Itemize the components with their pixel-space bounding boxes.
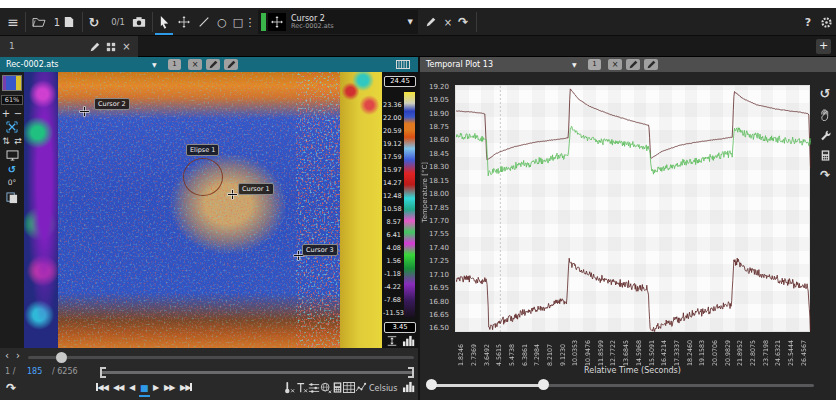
palette-icon[interactable] bbox=[396, 60, 410, 71]
move-tool-icon[interactable] bbox=[176, 12, 192, 32]
help-button[interactable]: ? bbox=[802, 12, 814, 32]
tab-bar: 1 × + bbox=[0, 36, 836, 57]
x-tick-label: 16.4214 bbox=[660, 335, 667, 366]
cursor3-label[interactable]: Cursor 3 bbox=[302, 244, 338, 256]
flip-vertical-icon[interactable]: ⇅ bbox=[0, 136, 12, 146]
rewind-button[interactable]: ◀◀ bbox=[113, 383, 123, 392]
close-plot-button[interactable]: × bbox=[608, 59, 622, 70]
delete-measurement-icon[interactable]: × bbox=[442, 12, 454, 32]
annotate-plot-button[interactable] bbox=[644, 59, 658, 70]
cursor2-crosshair[interactable] bbox=[80, 107, 89, 116]
zoom-level[interactable]: 61% bbox=[1, 95, 23, 105]
ellipse-tool-icon[interactable]: ○ bbox=[214, 12, 230, 32]
temporal-plot[interactable] bbox=[455, 85, 810, 332]
more-tools-icon[interactable]: ⋮ bbox=[246, 12, 254, 32]
plot-range-start-handle[interactable] bbox=[426, 379, 437, 390]
color-scale-gradient[interactable] bbox=[404, 92, 415, 318]
open-file-icon[interactable] bbox=[30, 12, 48, 32]
annotate-panel-button[interactable] bbox=[224, 59, 238, 70]
chevron-down-icon[interactable]: ▼ bbox=[152, 61, 157, 68]
close-tab-icon[interactable]: × bbox=[120, 40, 133, 53]
zoom-out-button[interactable]: − bbox=[12, 108, 24, 119]
plot-range-end-handle[interactable] bbox=[538, 379, 549, 390]
fast-forward-button[interactable]: ▶▶ bbox=[164, 383, 174, 392]
thermometer-remove-icon[interactable] bbox=[283, 382, 295, 394]
frame-slider-track[interactable] bbox=[28, 356, 414, 359]
menu-icon[interactable]: ≡ bbox=[4, 12, 22, 32]
cursor1-label[interactable]: Cursor 1 bbox=[238, 183, 274, 195]
y-tick-label: 17.55 bbox=[420, 230, 449, 238]
units-label[interactable]: Celsius bbox=[369, 384, 397, 393]
y-tick-label: 16.50 bbox=[420, 324, 449, 332]
wrench-icon[interactable] bbox=[817, 127, 833, 143]
frame-index-prefix: 1 / bbox=[5, 367, 15, 376]
refresh-icon[interactable]: ↻ bbox=[86, 12, 102, 32]
cursor2-label[interactable]: Cursor 2 bbox=[94, 98, 130, 110]
camera-icon[interactable] bbox=[130, 12, 148, 32]
thermal-image[interactable]: Cursor 2 Elipse 1 Cursor 1 Cursor 3 bbox=[24, 72, 382, 348]
edit-panel-button[interactable] bbox=[206, 59, 220, 70]
filter-settings-icon[interactable] bbox=[308, 382, 320, 394]
cursor1-crosshair[interactable] bbox=[228, 190, 237, 199]
stop-button[interactable]: ■ bbox=[140, 383, 148, 393]
prev-frame-button[interactable]: ‹ bbox=[2, 350, 12, 361]
table-icon[interactable] bbox=[343, 382, 355, 393]
reset-view-icon[interactable]: ↺ bbox=[817, 85, 833, 101]
workspace-tab[interactable]: 1 × bbox=[0, 36, 138, 57]
redo-icon[interactable]: ↷ bbox=[456, 12, 470, 32]
file-icon[interactable] bbox=[62, 12, 76, 32]
scale-min-field[interactable]: 3.45 bbox=[384, 322, 416, 333]
edit-measurement-icon[interactable] bbox=[424, 12, 438, 32]
plot-canvas[interactable] bbox=[456, 86, 811, 333]
layout-grid-icon[interactable] bbox=[104, 40, 117, 53]
selected-measurement-source: Rec-0002.ats bbox=[291, 23, 334, 30]
skip-start-button[interactable]: ◀◀ bbox=[96, 383, 108, 392]
display-icon[interactable] bbox=[0, 150, 24, 161]
rename-tab-icon[interactable] bbox=[88, 40, 101, 53]
frame-slider-handle[interactable] bbox=[56, 352, 67, 363]
next-frame-button[interactable]: › bbox=[13, 350, 23, 361]
elipse1-roi[interactable] bbox=[183, 158, 223, 196]
chevron-down-icon[interactable]: ▼ bbox=[572, 61, 577, 68]
chevron-down-icon[interactable]: ▼ bbox=[408, 18, 413, 26]
export-icon[interactable]: ↷ bbox=[4, 381, 18, 395]
rotate-reset-icon[interactable]: ↺ bbox=[0, 164, 24, 175]
histogram-scale-icon[interactable] bbox=[401, 335, 416, 347]
pan-hand-icon[interactable] bbox=[817, 107, 833, 123]
range-start-handle[interactable] bbox=[100, 367, 106, 378]
data-table-icon[interactable] bbox=[817, 147, 833, 163]
range-slider-track[interactable] bbox=[100, 371, 414, 374]
calculator-icon[interactable] bbox=[332, 382, 343, 393]
zoom-in-button[interactable]: + bbox=[0, 108, 12, 119]
flip-horizontal-icon[interactable]: ⇄ bbox=[12, 136, 24, 146]
image-thumbnail[interactable] bbox=[2, 75, 22, 91]
histogram-icon[interactable] bbox=[402, 381, 415, 393]
range-end-handle[interactable] bbox=[408, 367, 414, 378]
line-tool-icon[interactable] bbox=[196, 12, 212, 32]
play-button[interactable]: ▶ bbox=[153, 383, 158, 392]
fit-to-window-icon[interactable] bbox=[0, 121, 24, 133]
export-plot-icon[interactable]: ↷ bbox=[817, 167, 833, 183]
globe-remove-icon[interactable] bbox=[320, 382, 332, 394]
line-chart-icon[interactable] bbox=[355, 382, 367, 393]
y-tick-label: 17.40 bbox=[420, 244, 449, 252]
scale-max-field[interactable]: 24.45 bbox=[384, 76, 416, 87]
edit-plot-button[interactable] bbox=[626, 59, 640, 70]
rotation-angle[interactable]: 0° bbox=[0, 178, 24, 187]
measurement-selector[interactable]: Cursor 2 Rec-0002.ats ▼ bbox=[258, 10, 418, 34]
skip-end-button[interactable]: ▶▶ bbox=[180, 383, 192, 392]
step-back-button[interactable]: ◀ bbox=[129, 383, 134, 392]
cursor-tool-icon[interactable] bbox=[156, 12, 172, 32]
y-tick-label: 18.00 bbox=[420, 190, 449, 198]
pages-icon[interactable] bbox=[0, 192, 24, 204]
y-axis-ticks: 19.2019.0518.9018.7518.6018.4518.3018.15… bbox=[420, 85, 453, 332]
add-tab-button[interactable]: + bbox=[816, 39, 831, 54]
auto-scale-icon[interactable] bbox=[384, 335, 399, 347]
text-remove-icon[interactable] bbox=[296, 382, 308, 394]
rect-tool-icon[interactable]: □ bbox=[231, 12, 245, 32]
gear-icon[interactable] bbox=[818, 12, 834, 32]
y-tick-label: 18.45 bbox=[420, 150, 449, 158]
elipse1-label[interactable]: Elipse 1 bbox=[186, 144, 219, 156]
frame-current-field[interactable]: 185 bbox=[27, 367, 42, 376]
close-panel-button[interactable]: × bbox=[188, 59, 202, 70]
